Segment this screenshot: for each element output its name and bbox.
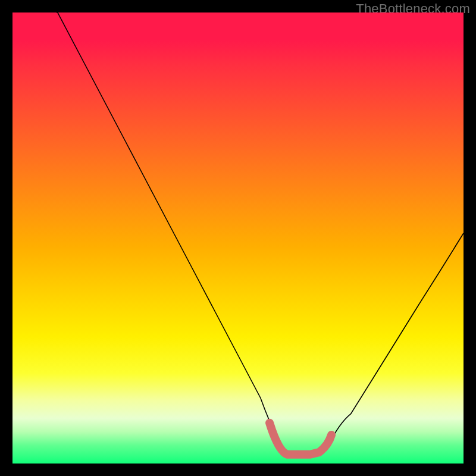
baseline-segment (270, 423, 331, 455)
bottleneck-curve (12, 12, 464, 455)
curve-layer (12, 12, 464, 464)
plot-area (12, 12, 464, 464)
chart-stage: TheBottleneck.com (0, 0, 476, 476)
